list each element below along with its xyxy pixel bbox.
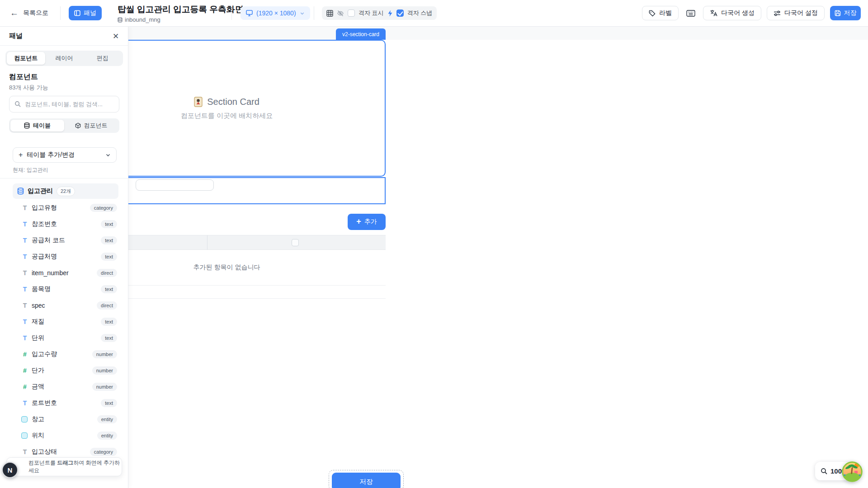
section-card-subtitle: 컴포넌트를 이곳에 배치하세요: [181, 112, 273, 120]
save-button[interactable]: 저장: [830, 6, 861, 20]
field-type-icon: T: [21, 237, 29, 244]
field-row[interactable]: T 공급처 코드 text: [0, 232, 128, 249]
panel-toggle-button[interactable]: 패널: [69, 6, 102, 20]
field-row[interactable]: T item_number direct: [0, 265, 128, 281]
add-row-button[interactable]: + 추가: [348, 214, 386, 230]
field-row[interactable]: T 참조번호 text: [0, 216, 128, 232]
field-row[interactable]: # 금액 number: [0, 379, 128, 395]
eye-off-icon: [337, 10, 344, 17]
settings-sliders-icon: [774, 10, 781, 17]
page-title: 탑씰 입고관리 입고등록 우측화면: [118, 4, 243, 15]
field-type-icon: T: [21, 204, 29, 211]
back-to-list-button[interactable]: ← 목록으로: [10, 0, 48, 26]
field-type-icon: [21, 432, 28, 439]
table-card-inbound[interactable]: 입고관리 22개: [13, 183, 118, 199]
close-icon[interactable]: ✕: [110, 30, 122, 42]
field-row[interactable]: T 재질 text: [0, 314, 128, 330]
field-type-badge: number: [92, 383, 117, 391]
panel-tabs: 컴포넌트 레이어 편집: [5, 51, 123, 66]
database-icon: [24, 122, 30, 129]
field-row[interactable]: T 공급처명 text: [0, 249, 128, 265]
field-type-badge: direct: [97, 269, 117, 277]
divider: [0, 178, 128, 178]
field-row[interactable]: T 로트번호 text: [0, 395, 128, 411]
add-change-table-button[interactable]: + 테이블 추가/변경: [13, 147, 117, 163]
canvas-input-field[interactable]: [136, 179, 214, 191]
i18n-settings-button[interactable]: 다국어 설정: [767, 6, 825, 20]
field-type-icon: T: [21, 334, 29, 342]
field-row[interactable]: # 단가 number: [0, 362, 128, 379]
field-type-icon: T: [21, 399, 29, 407]
field-name: 공급처 코드: [32, 236, 65, 244]
field-row[interactable]: T 단위 text: [0, 330, 128, 346]
mode-component[interactable]: 컴포넌트: [64, 120, 118, 131]
field-row[interactable]: T spec direct: [0, 297, 128, 314]
field-type-icon: T: [21, 448, 29, 455]
chevron-down-icon: [300, 11, 305, 16]
field-name: 금액: [32, 383, 44, 391]
field-type-icon: T: [21, 221, 29, 228]
field-type-badge: category: [90, 204, 117, 212]
grid-show-checkbox[interactable]: [348, 9, 355, 17]
field-type-icon: [21, 416, 28, 422]
field-name: 재질: [32, 318, 44, 326]
package-icon: [75, 122, 81, 129]
viewport-size-selector[interactable]: (868 × 488): [241, 6, 310, 20]
canvas-save-button[interactable]: 저장: [332, 473, 401, 488]
field-type-icon: #: [21, 351, 29, 358]
field-type-badge: text: [101, 236, 117, 244]
field-type-badge: text: [101, 399, 117, 407]
panel-title: 패널: [9, 32, 23, 40]
components-available-count: 83개 사용 가능: [9, 84, 48, 92]
tab-edit[interactable]: 편집: [83, 52, 122, 65]
field-name: 품목명: [32, 285, 51, 293]
tag-icon: [649, 10, 656, 17]
top-toolbar: ← 목록으로 패널 탑씰 입고관리 입고등록 우측화면 inbound_mng: [0, 0, 868, 27]
database-icon: [17, 188, 24, 195]
i18n-generate-button[interactable]: 다국어 생성: [703, 6, 761, 20]
magnifier-icon: [821, 468, 828, 475]
field-row[interactable]: 위치 entity: [0, 427, 128, 444]
grid-controls: 격자 표시 격자 스냅: [322, 6, 437, 20]
selection-tag: v2-section-card: [336, 28, 386, 40]
plus-icon: +: [19, 151, 23, 159]
field-type-icon: T: [21, 253, 29, 260]
field-type-badge: number: [92, 366, 117, 375]
mode-table[interactable]: 테이블: [10, 120, 64, 131]
table-name: 입고관리: [28, 187, 53, 195]
island-badge-icon[interactable]: [842, 461, 863, 482]
screen-title-block: 탑씰 입고관리 입고등록 우측화면 inbound_mng: [118, 4, 243, 23]
grid-snap-checkbox[interactable]: [396, 9, 404, 17]
sidebar-panel-icon: [74, 10, 80, 16]
keyboard-shortcuts-button[interactable]: [684, 6, 698, 20]
grid-show-label: 격자 표시: [359, 9, 384, 17]
search-input[interactable]: [25, 101, 114, 108]
label-button[interactable]: 라벨: [642, 6, 679, 20]
tab-components[interactable]: 컴포넌트: [7, 52, 45, 65]
avatar[interactable]: N: [2, 462, 18, 478]
tab-layers[interactable]: 레이어: [45, 52, 84, 65]
section-card-title: Section Card: [207, 97, 259, 107]
drag-hint-bar: 컴포넌트를 드래그하여 화면에 추가하세요: [6, 457, 122, 476]
field-name: 로트번호: [32, 399, 57, 407]
field-type-icon: #: [21, 367, 29, 374]
field-type-badge: entity: [97, 415, 117, 423]
field-row[interactable]: T 품목명 text: [0, 281, 128, 297]
back-arrow-icon: ←: [10, 8, 19, 18]
select-all-checkbox[interactable]: [292, 239, 299, 246]
field-row[interactable]: 창고 entity: [0, 411, 128, 427]
grid-snap-label: 격자 스냅: [407, 9, 433, 17]
grid-icon: [326, 10, 333, 17]
field-row[interactable]: # 입고수량 number: [0, 346, 128, 362]
field-name: 창고: [32, 415, 44, 423]
field-type-badge: text: [101, 253, 117, 261]
components-heading: 컴포넌트: [9, 72, 38, 82]
column-count-badge: 22개: [57, 187, 75, 196]
component-search: [9, 96, 119, 113]
field-name: 위치: [32, 432, 44, 440]
field-type-icon: T: [21, 302, 29, 309]
translate-icon: [710, 9, 717, 17]
divider: [314, 6, 314, 20]
field-name: item_number: [32, 269, 69, 277]
field-row[interactable]: T 입고유형 category: [0, 200, 128, 216]
